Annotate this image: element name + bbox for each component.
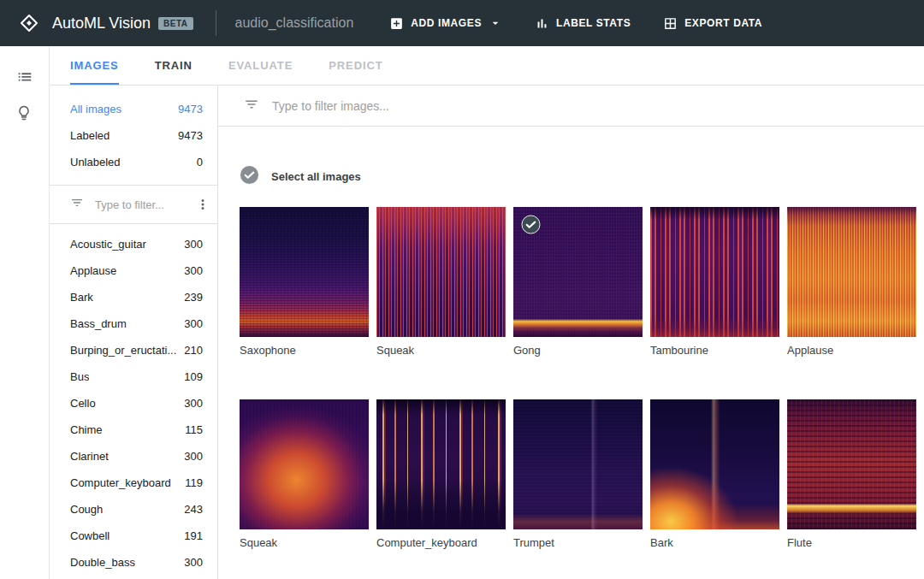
image-card[interactable]: Bark [650,399,779,549]
label-name: Burping_or_eructati... [70,344,176,357]
label-list-item[interactable]: Acoustic_guitar 300 [50,231,217,257]
label-filter-input[interactable] [93,198,195,212]
product-title: AutoML Vision [52,15,151,32]
label-name: Bass_drum [70,317,127,330]
label-name: Acoustic_guitar [70,238,146,251]
unlabeled-label: Unlabeled [70,156,121,168]
label-stats-label: LABEL STATS [556,17,631,29]
tab-evaluate[interactable]: EVALUATE [228,46,293,85]
image-card[interactable]: Squeak [240,399,369,549]
label-count: 300 [184,450,203,463]
image-grid: Saxophone Squeak Gong Tambourine Applaus [240,207,924,549]
label-name: Applause [70,264,116,277]
label-list-item[interactable]: Cough 243 [50,496,217,523]
label-name: Cough [70,503,103,516]
label-count: 239 [184,291,203,304]
spectrogram-thumbnail[interactable] [650,207,779,337]
spectrogram-thumbnail[interactable] [513,399,643,529]
image-card[interactable]: Tambourine [650,207,779,357]
image-card[interactable]: Flute [787,399,916,549]
automl-logo-icon [19,13,39,33]
filter-icon [244,97,259,115]
label-list-item[interactable]: Burping_or_eructati... 210 [50,337,217,363]
overflow-menu-icon[interactable] [195,197,210,212]
image-grid-row: Saxophone Squeak Gong Tambourine Applaus [240,207,924,357]
image-card[interactable]: Trumpet [513,399,643,549]
label-count: 300 [184,238,203,251]
label-list: Acoustic_guitar 300 Applause 300 Bark 23… [50,224,217,576]
select-all-label: Select all images [271,170,361,183]
export-data-label: EXPORT DATA [684,17,762,29]
label-name: Bark [70,291,93,304]
filter-icon [70,196,84,213]
image-summary: All images 9473 Labeled 9473 Unlabeled 0 [50,86,217,185]
spectrogram-thumbnail[interactable] [376,399,506,529]
image-label-caption: Applause [787,344,916,357]
label-name: Cello [70,397,96,410]
export-data-button[interactable]: EXPORT DATA [663,16,762,31]
app-header: AutoML Vision BETA audio_classification … [0,0,924,46]
select-all-checkbox-icon[interactable] [240,165,259,188]
label-name: Computer_keyboard [70,476,171,489]
add-images-button[interactable]: ADD IMAGES [389,16,502,31]
add-box-icon [389,16,404,31]
image-card[interactable]: Gong [513,207,643,357]
image-label-caption: Trumpet [513,536,643,549]
unlabeled-count: 0 [197,156,203,168]
label-count: 191 [184,529,203,542]
label-list-item[interactable]: Cello 300 [50,390,217,417]
image-card[interactable]: Saxophone [240,207,369,357]
sidebar-filter-row [50,186,217,223]
image-label-caption: Squeak [240,536,369,549]
spectrogram-thumbnail[interactable] [240,207,369,337]
label-list-item[interactable]: Bark 239 [50,284,217,310]
tab-images[interactable]: IMAGES [70,46,119,85]
image-card[interactable]: Squeak [376,207,506,357]
header-divider [216,10,216,36]
sidebar-item-unlabeled[interactable]: Unlabeled 0 [50,149,217,175]
beta-badge: BETA [158,17,192,30]
spectrogram-thumbnail[interactable] [376,207,506,337]
lightbulb-icon[interactable] [15,104,34,123]
spectrogram-thumbnail[interactable] [513,207,643,337]
tab-train[interactable]: TRAIN [155,46,192,85]
spectrogram-thumbnail[interactable] [240,399,369,529]
sidebar-item-all-images[interactable]: All images 9473 [50,96,217,122]
label-count: 243 [184,503,203,516]
label-list-item[interactable]: Chime 115 [50,417,217,443]
spectrogram-thumbnail[interactable] [787,207,916,337]
image-grid-row: Squeak Computer_keyboard Trumpet Bark Fl [240,399,924,549]
label-name: Cowbell [70,529,110,542]
label-count: 300 [184,556,203,569]
select-all-control[interactable]: Select all images [240,165,924,188]
image-label-caption: Flute [787,536,916,549]
label-list-item[interactable]: Computer_keyboard 119 [50,470,217,496]
spectrogram-thumbnail[interactable] [650,399,779,529]
label-list-item[interactable]: Bass_drum 300 [50,310,217,337]
image-label-caption: Saxophone [240,344,369,357]
label-name: Chime [70,423,103,436]
label-name: Bus [70,370,89,383]
label-name: Clarinet [70,450,109,463]
selected-check-icon[interactable] [521,215,541,234]
tab-predict[interactable]: PREDICT [329,46,382,85]
label-list-item[interactable]: Double_bass 300 [50,549,217,576]
item-list-icon[interactable] [15,67,34,86]
image-card[interactable]: Computer_keyboard [376,399,506,549]
label-list-item[interactable]: Clarinet 300 [50,443,217,470]
label-stats-button[interactable]: LABEL STATS [535,16,631,31]
label-list-item[interactable]: Applause 300 [50,257,217,284]
image-card[interactable]: Applause [787,207,916,357]
labeled-label: Labeled [70,129,110,142]
image-filter-bar [218,86,924,127]
label-count: 210 [184,344,203,357]
image-filter-input[interactable] [270,98,924,114]
label-count: 300 [184,317,203,330]
spectrogram-thumbnail[interactable] [787,399,916,529]
labels-sidebar: All images 9473 Labeled 9473 Unlabeled 0… [50,86,218,579]
all-images-count: 9473 [178,103,203,115]
sidebar-item-labeled[interactable]: Labeled 9473 [50,122,217,149]
label-list-item[interactable]: Cowbell 191 [50,523,217,549]
label-list-item[interactable]: Bus 109 [50,363,217,390]
left-icon-rail [0,46,50,579]
